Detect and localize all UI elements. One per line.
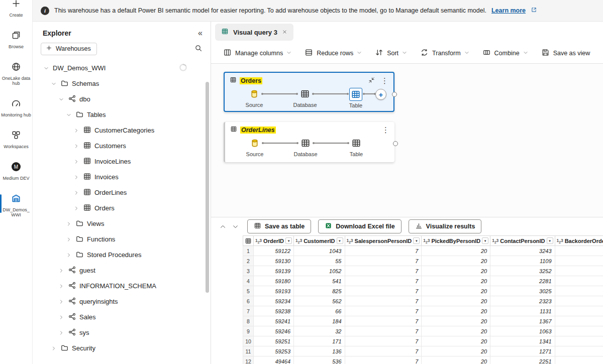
- tree-item-views[interactable]: Views: [33, 216, 211, 231]
- chevron-right-icon[interactable]: [73, 159, 80, 164]
- toolbar-sort[interactable]: Sort: [375, 48, 407, 58]
- chevron-right-icon[interactable]: [58, 315, 65, 320]
- expand-results-icon[interactable]: [218, 222, 228, 231]
- source-icon[interactable]: [249, 137, 261, 149]
- source-icon[interactable]: [248, 88, 260, 100]
- tree-item-schemas[interactable]: Schemas: [33, 76, 211, 91]
- chevron-right-icon[interactable]: [50, 346, 57, 351]
- download-excel-file-button[interactable]: Download Excel file: [318, 219, 401, 233]
- column-header-backorderorderid[interactable]: 123BackorderOrderID▾: [555, 236, 603, 246]
- chevron-down-icon[interactable]: [43, 66, 50, 71]
- rail-item-create[interactable]: Create: [0, 0, 32, 20]
- cell: 55: [294, 256, 345, 266]
- tree-item-sales[interactable]: Sales: [33, 309, 211, 325]
- tree-item-invoices[interactable]: Invoices: [33, 169, 211, 185]
- table-icon[interactable]: [299, 88, 311, 100]
- step-table[interactable]: Table: [336, 88, 376, 108]
- step-database[interactable]: Database: [285, 137, 326, 157]
- chevron-right-icon[interactable]: [65, 221, 72, 226]
- tree-item-orderlines[interactable]: OrderLines: [33, 185, 211, 200]
- collapse-panel-icon[interactable]: «: [198, 29, 203, 38]
- rail-item-onelake-data-hub[interactable]: OneLake data hub: [0, 60, 32, 89]
- tree-item-tables[interactable]: Tables: [33, 107, 211, 123]
- rail-item-monitoring-hub[interactable]: Monitoring hub: [0, 96, 32, 120]
- chevron-right-icon[interactable]: [65, 253, 72, 258]
- explorer-scrollbar[interactable]: [206, 82, 209, 293]
- tree-item-label: Invoices: [94, 173, 119, 181]
- output-connector[interactable]: [393, 141, 398, 146]
- toolbar-reduce-rows[interactable]: Reduce rows: [305, 48, 362, 58]
- tree-item-queryinsights[interactable]: queryinsights: [33, 294, 211, 309]
- table-icon[interactable]: [299, 137, 312, 149]
- chevron-right-icon[interactable]: [58, 299, 65, 304]
- tree-item-orders[interactable]: Orders: [33, 200, 211, 216]
- table-icon[interactable]: [350, 137, 362, 149]
- learn-more-link[interactable]: Learn more: [491, 7, 526, 14]
- toolbar-transform[interactable]: Transform: [420, 48, 469, 58]
- step-source[interactable]: Source: [235, 137, 275, 157]
- chevron-right-icon[interactable]: [58, 284, 65, 289]
- more-options-icon[interactable]: ⋮: [381, 77, 388, 84]
- tree-item-guest[interactable]: guest: [33, 263, 211, 278]
- rail-item-browse[interactable]: Browse: [0, 28, 32, 52]
- tree-item-dbo[interactable]: dbo: [33, 91, 211, 107]
- query-card-orderlines[interactable]: OrderLines⋮SourceDatabaseTable: [224, 122, 394, 162]
- rail-item-medium-dev[interactable]: MMedium DEV: [0, 160, 32, 183]
- toolbar-combine[interactable]: Combine: [482, 48, 528, 58]
- column-name: PickedByPersonID: [431, 238, 480, 244]
- column-header-orderid[interactable]: 123OrderID▾: [254, 236, 294, 246]
- tree-item-stored-procedures[interactable]: Stored Procedures: [33, 247, 211, 263]
- tree-item-invoicelines[interactable]: InvoiceLines: [33, 154, 211, 169]
- column-header-salespersonpersonid[interactable]: 123SalespersonPersonID▾: [345, 236, 422, 246]
- column-header-pickedbypersonid[interactable]: 123PickedByPersonID▾: [422, 236, 490, 246]
- rail-item-dw-demos-wwi[interactable]: DW_Demos_WWI: [0, 191, 32, 220]
- output-connector[interactable]: [392, 92, 397, 97]
- tab-visual-query-3[interactable]: Visual query 3: [215, 24, 293, 41]
- column-header-contactpersonid[interactable]: 123ContactPersonID▾: [490, 236, 555, 246]
- filter-dropdown-icon[interactable]: ▾: [482, 237, 488, 244]
- collapse-results-icon[interactable]: [231, 222, 240, 231]
- chevron-right-icon[interactable]: [58, 268, 65, 273]
- tree-item-customers[interactable]: Customers: [33, 138, 211, 154]
- chevron-right-icon[interactable]: [65, 237, 72, 242]
- toolbar-manage-columns[interactable]: Manage columns: [223, 48, 291, 58]
- chevron-right-icon[interactable]: [73, 190, 80, 195]
- chevron-down-icon[interactable]: [58, 97, 65, 102]
- tree-item-customercategories[interactable]: CustomerCategories: [33, 123, 211, 138]
- filter-dropdown-icon[interactable]: ▾: [413, 237, 420, 244]
- chevron-down-icon[interactable]: [65, 112, 72, 117]
- chevron-right-icon[interactable]: [73, 206, 80, 211]
- step-database[interactable]: Database: [285, 88, 325, 108]
- chevron-right-icon[interactable]: [58, 330, 65, 335]
- query-card-orders[interactable]: Orders⋮SourceDatabaseTable+: [224, 72, 394, 112]
- chevron-right-icon[interactable]: [73, 144, 80, 149]
- filter-dropdown-icon[interactable]: ▾: [285, 237, 292, 244]
- add-warehouses-button[interactable]: Warehouses: [41, 43, 97, 55]
- chevron-right-icon[interactable]: [73, 175, 80, 180]
- filter-dropdown-icon[interactable]: ▾: [547, 237, 553, 244]
- tree-item-security[interactable]: Security: [33, 340, 211, 356]
- cell: 1063: [490, 326, 555, 336]
- tree-item-dw-demos-wwi[interactable]: DW_Demos_WWI: [33, 60, 211, 76]
- table-icon[interactable]: [349, 88, 362, 101]
- filter-dropdown-icon[interactable]: ▾: [337, 237, 343, 244]
- step-source[interactable]: Source: [234, 88, 274, 108]
- chevron-right-icon[interactable]: [73, 128, 80, 133]
- toolbar-save-as-view[interactable]: Save as view: [541, 48, 590, 58]
- step-table[interactable]: Table: [336, 137, 376, 157]
- more-options-icon[interactable]: ⋮: [382, 126, 389, 134]
- chevron-down-icon[interactable]: [50, 81, 57, 86]
- collapse-card-icon[interactable]: [368, 77, 375, 85]
- rail-item-workspaces[interactable]: Workspaces: [0, 128, 32, 152]
- table-row: 259130557201109: [243, 256, 603, 266]
- tree-item-sys[interactable]: sys: [33, 325, 211, 340]
- column-header-content: 123SalespersonPersonID▾: [347, 237, 420, 244]
- save-as-table-button[interactable]: Save as table: [247, 219, 311, 233]
- add-step-button[interactable]: +: [375, 89, 386, 100]
- column-header-customerid[interactable]: 123CustomerID▾: [294, 236, 345, 246]
- close-icon[interactable]: [282, 29, 287, 36]
- tree-item-functions[interactable]: Functions: [33, 231, 211, 247]
- visualize-results-button[interactable]: Visualize results: [409, 219, 482, 233]
- search-icon[interactable]: [194, 44, 203, 54]
- tree-item-information-schema[interactable]: INFORMATION_SCHEMA: [33, 278, 211, 294]
